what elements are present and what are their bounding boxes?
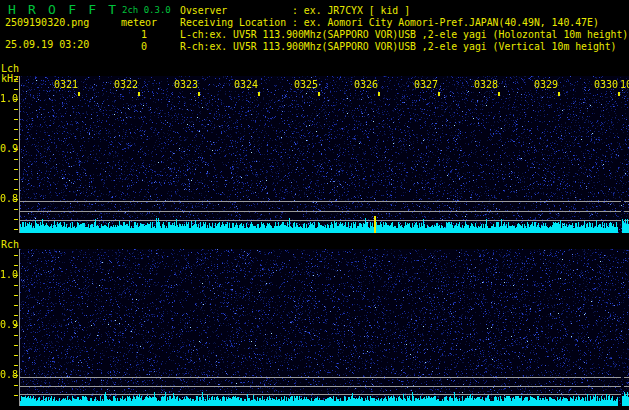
rch-panel-label: Rch — [1, 239, 19, 250]
freq-minor-tick — [14, 179, 18, 180]
output-filename: 2509190320.png — [5, 17, 89, 28]
rch-spectrogram-panel — [19, 249, 629, 406]
freq-minor-tick — [14, 305, 18, 306]
freq-minor-tick — [14, 255, 18, 256]
meteor-count-label: meteor — [121, 17, 157, 28]
minute-tick-mark — [318, 92, 320, 96]
meteor-count-rch: 0 — [120, 41, 147, 52]
time-label: 0329 — [533, 80, 558, 90]
freq-tick-label: 1.0 — [0, 94, 14, 104]
freq-minor-tick — [14, 209, 18, 210]
meteor-count-lch: 1 — [120, 29, 147, 40]
freq-minor-tick — [14, 159, 18, 160]
freq-major-tick — [14, 149, 18, 150]
freq-tick-label: 0.8 — [0, 370, 14, 380]
observer-info-line: L-ch:ex. UV5R 113.900Mhz(SAPPORO VOR)USB… — [180, 29, 628, 41]
freq-minor-tick — [14, 109, 18, 110]
freq-major-tick — [14, 325, 18, 326]
freq-minor-tick — [14, 79, 18, 80]
freq-minor-tick — [14, 295, 18, 296]
freq-tick-label: 0.8 — [0, 194, 14, 204]
freq-tick-label: 1.0 — [0, 270, 14, 280]
freq-minor-tick — [14, 395, 18, 396]
minute-tick-mark — [198, 92, 200, 96]
freq-minor-tick — [14, 285, 18, 286]
freq-minor-tick — [14, 119, 18, 120]
freq-minor-tick — [14, 169, 18, 170]
time-label: 0325 — [293, 80, 318, 90]
lch-spectrogram-canvas — [19, 76, 629, 233]
observer-info-line: R-ch:ex. UV5R 113.900Mhz(SAPPORO VOR)USB… — [180, 41, 628, 53]
freq-minor-tick — [14, 229, 18, 230]
freq-minor-tick — [14, 315, 18, 316]
lch-spectrogram-panel — [19, 76, 629, 233]
observer-info-block: Ovserver : ex. JR7CYX [ kid ]Receiving L… — [180, 5, 628, 53]
time-label: 0330 — [593, 80, 618, 90]
minute-tick-mark — [438, 92, 440, 96]
freq-minor-tick — [14, 265, 18, 266]
hrofft-screen: H R O F F T 2ch 0.3.0 2509190320.png 25.… — [0, 0, 629, 410]
freq-major-tick — [14, 199, 18, 200]
freq-minor-tick — [14, 355, 18, 356]
time-label: 0323 — [173, 80, 198, 90]
minute-tick-mark — [138, 92, 140, 96]
time-label: 0321 — [53, 80, 78, 90]
minute-tick-mark — [378, 92, 380, 96]
freq-minor-tick — [14, 345, 18, 346]
observer-info-line: Receiving Location : ex. Aomori City Aom… — [180, 17, 628, 29]
minute-tick-mark — [258, 92, 260, 96]
freq-minor-tick — [14, 365, 18, 366]
freq-major-tick — [14, 375, 18, 376]
minute-tick-mark — [618, 92, 620, 96]
time-label: 0327 — [413, 80, 438, 90]
freq-minor-tick — [14, 219, 18, 220]
time-label: 0328 — [473, 80, 498, 90]
app-title: H R O F F T — [8, 2, 118, 17]
freq-minor-tick — [14, 89, 18, 90]
freq-minor-tick — [14, 129, 18, 130]
app-version: 2ch 0.3.0 — [122, 5, 171, 15]
time-label: 0324 — [233, 80, 258, 90]
freq-minor-tick — [14, 335, 18, 336]
capture-datetime: 25.09.19 03:20 — [5, 39, 89, 50]
freq-tick-label: 0.9 — [0, 144, 14, 154]
clipped-right-time-label: 10 — [620, 80, 629, 90]
time-label: 0326 — [353, 80, 378, 90]
time-label: 0322 — [113, 80, 138, 90]
freq-minor-tick — [14, 139, 18, 140]
observer-info-line: Ovserver : ex. JR7CYX [ kid ] — [180, 5, 628, 17]
minute-tick-mark — [498, 92, 500, 96]
freq-minor-tick — [14, 189, 18, 190]
freq-major-tick — [14, 99, 18, 100]
minute-tick-mark — [78, 92, 80, 96]
freq-tick-label: 0.9 — [0, 320, 14, 330]
freq-minor-tick — [14, 385, 18, 386]
minute-tick-mark — [558, 92, 560, 96]
rch-spectrogram-canvas — [19, 249, 629, 406]
freq-major-tick — [14, 275, 18, 276]
